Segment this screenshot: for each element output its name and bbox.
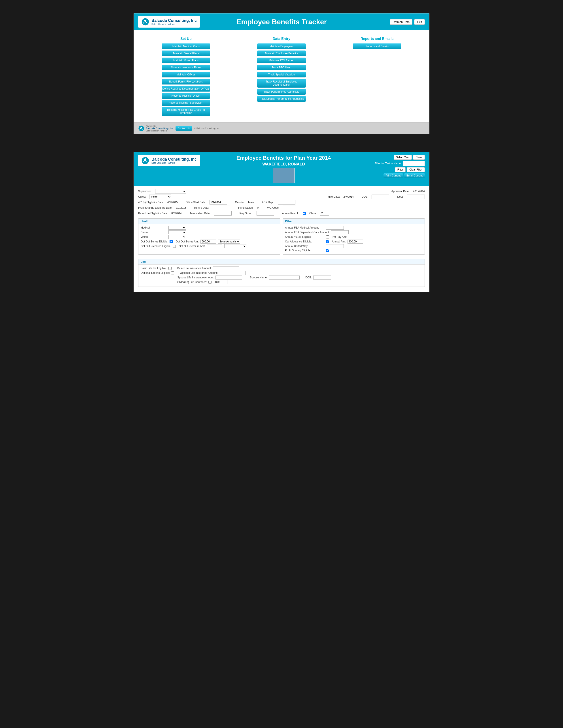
fsa-medical-input[interactable] xyxy=(326,226,344,230)
records-missing-office-button[interactable]: Records Missing "Office" xyxy=(162,93,210,99)
print-email-row: Print Current Email Current xyxy=(384,173,425,178)
profit-sharing-label: Profit Sharing Eligibility Date: xyxy=(138,206,172,209)
spouse-life-amount-input[interactable] xyxy=(215,276,242,280)
email-current-button[interactable]: Email Current xyxy=(404,173,425,178)
appraisal-date-label: Appraisal Date: xyxy=(392,190,410,193)
exit-button[interactable]: Exit xyxy=(414,19,425,25)
print-current-button[interactable]: Print Current xyxy=(384,173,403,178)
supervisor-select[interactable] xyxy=(155,189,186,193)
panel2-controls: Select Year Close Filter for Text in Nam… xyxy=(368,155,425,178)
records-missing-supervisor-button[interactable]: Records Missing "Supervisor" xyxy=(162,100,210,106)
dental-select[interactable] xyxy=(168,230,186,234)
maintain-employee-benefits-button[interactable]: Maintain Employee Benefits xyxy=(257,51,306,56)
select-year-button[interactable]: Select Year xyxy=(394,155,412,160)
optional-life-ins-checkbox[interactable] xyxy=(171,271,174,274)
filter-label: Filter for Text in Name: xyxy=(375,162,401,165)
medical-label: Medical: xyxy=(141,226,167,229)
records-missing-paygroup-button[interactable]: Records Missing "Pay Group" in Timberlin… xyxy=(162,107,210,116)
dept-input[interactable] xyxy=(407,195,425,199)
rehire-date-input[interactable] xyxy=(212,206,230,210)
opt-out-frequency-select[interactable]: Semi-Annually xyxy=(218,240,240,244)
profit-sharing-row: Profit Sharing Eligibility Date: 3/1/201… xyxy=(138,206,425,210)
define-required-documentation-button[interactable]: Define Required Documentation by Year xyxy=(162,86,210,92)
children-life-amount-input[interactable] xyxy=(214,280,227,284)
car-allowance-checkbox[interactable] xyxy=(326,240,329,243)
optional-life-ins-row: Optional Life Ins Eligible: Optional Lif… xyxy=(141,271,422,275)
pay-group-input[interactable] xyxy=(256,211,274,216)
employee-name: WAKEFIELD, RONALD xyxy=(204,162,363,167)
dob-input[interactable] xyxy=(372,195,389,199)
contact-us-button[interactable]: Contact Us xyxy=(175,126,192,131)
office-select[interactable]: Victor xyxy=(149,195,171,199)
logo-icon xyxy=(141,18,149,26)
maintain-vision-plans-button[interactable]: Maintain Vision Plans xyxy=(162,58,210,63)
children-life-checkbox[interactable] xyxy=(208,281,211,284)
vision-row: Vision: xyxy=(141,235,278,239)
optional-life-amount-input[interactable] xyxy=(219,271,245,275)
track-performance-appraisals-button[interactable]: Track Performance Appraisals xyxy=(257,89,306,95)
basic-life-amount-input[interactable] xyxy=(213,266,239,270)
optional-life-ins-eligible-label: Optional Life Ins Eligible: xyxy=(141,271,170,274)
maintain-employees-button[interactable]: Maintain Employees xyxy=(257,43,306,49)
filter-button[interactable]: Filter xyxy=(395,167,406,172)
panel2-company-tagline: Data Utilization Partners xyxy=(151,162,197,164)
office-start-input[interactable] xyxy=(209,200,227,205)
opt-out-premium-amt-label: Opt Out Premium Amt: xyxy=(179,245,205,248)
opt-out-bonus-amount-input[interactable] xyxy=(200,240,216,244)
adp-dept-input[interactable] xyxy=(278,200,296,205)
vision-select[interactable] xyxy=(168,235,186,239)
opt-out-premium-checkbox[interactable] xyxy=(173,245,176,248)
panel2-logo-area: Balcoda Consulting, Inc Data Utilization… xyxy=(138,155,200,166)
wc-code-label: WC Code: xyxy=(267,206,279,209)
panel2-logo-text: Balcoda Consulting, Inc Data Utilization… xyxy=(151,157,197,164)
maintain-insurance-rates-button[interactable]: Maintain Insurance Rates xyxy=(162,65,210,70)
reports-emails-button[interactable]: Reports and Emails xyxy=(353,43,401,49)
maintain-medical-plans-button[interactable]: Maintain Medical Plans xyxy=(162,43,210,49)
united-way-input[interactable] xyxy=(326,244,344,248)
setup-heading: Set Up xyxy=(180,37,192,41)
employee-benefits-panel: Balcoda Consulting, Inc Data Utilization… xyxy=(133,152,430,292)
track-pto-used-button[interactable]: Track PTO Used xyxy=(257,65,306,70)
close-button[interactable]: Close xyxy=(413,155,425,160)
opt-out-bonus-checkbox[interactable] xyxy=(169,240,173,243)
car-allowance-annual-input[interactable] xyxy=(348,240,363,244)
termination-date-input[interactable] xyxy=(214,211,231,216)
basic-life-amount-label: Basic Life Insurance Amount: xyxy=(177,267,211,270)
class-input[interactable] xyxy=(320,211,329,216)
opt-out-premium-amount-input[interactable] xyxy=(207,244,222,248)
panel1-footer: Powered by Balcoda Consulting, Inc Data … xyxy=(134,122,429,134)
fsa-dependent-row: Annual FSA Dependent Care Amount: xyxy=(285,230,422,234)
filter-text-input[interactable] xyxy=(403,161,425,166)
fsa-dependent-input[interactable] xyxy=(331,230,349,234)
supervisor-label: Supervisor: xyxy=(138,190,152,193)
track-special-vacation-button[interactable]: Track Special Vacation xyxy=(257,72,306,77)
wc-code-input[interactable] xyxy=(283,206,296,210)
track-receipt-documentation-button[interactable]: Track Receipt of Employee Documentation xyxy=(257,79,306,88)
admin-payroll-checkbox[interactable] xyxy=(303,212,306,215)
maintain-pto-earned-button[interactable]: Maintain PTO Earned xyxy=(257,58,306,63)
termination-label: Termination Date: xyxy=(190,212,210,215)
profit-sharing-eligible-checkbox[interactable] xyxy=(326,249,329,252)
401k-eligibility-value: 4/1/2015 xyxy=(167,201,178,204)
opt-out-premium-eligible-label: Opt Out Premium Eligible: xyxy=(141,245,171,248)
supervisor-row: Supervisor: Appraisal Date: 4/25/2014 xyxy=(138,189,425,193)
dob-label: DOB: xyxy=(362,195,368,198)
maintain-offices-button[interactable]: Maintain Offices xyxy=(162,72,210,77)
fsa-medical-label: Annual FSA Medical Amount: xyxy=(285,226,325,229)
fsa-medical-row: Annual FSA Medical Amount: xyxy=(285,226,422,230)
401k-eligible-checkbox[interactable] xyxy=(326,235,329,238)
spouse-dob-input[interactable] xyxy=(313,276,331,280)
refresh-data-button[interactable]: Refresh Data xyxy=(390,19,413,25)
opt-out-premium-frequency-select[interactable] xyxy=(224,244,246,248)
opt-out-premium-row: Opt Out Premium Eligible: Opt Out Premiu… xyxy=(141,244,278,248)
benefit-forms-file-locations-button[interactable]: Benefit Forms File Locations xyxy=(162,79,210,84)
spouse-name-input[interactable] xyxy=(269,276,300,280)
basic-life-ins-checkbox[interactable] xyxy=(168,267,171,270)
clear-filter-button[interactable]: Clear Filter xyxy=(407,167,425,172)
track-special-performance-button[interactable]: Track Special Performance Appraisals xyxy=(257,96,306,102)
per-pay-amount-input[interactable] xyxy=(349,235,362,239)
svg-point-5 xyxy=(144,158,146,160)
medical-select[interactable] xyxy=(168,226,186,230)
maintain-dental-plans-button[interactable]: Maintain Dental Plans xyxy=(162,51,210,56)
filter-row: Filter for Text in Name: xyxy=(375,161,425,166)
